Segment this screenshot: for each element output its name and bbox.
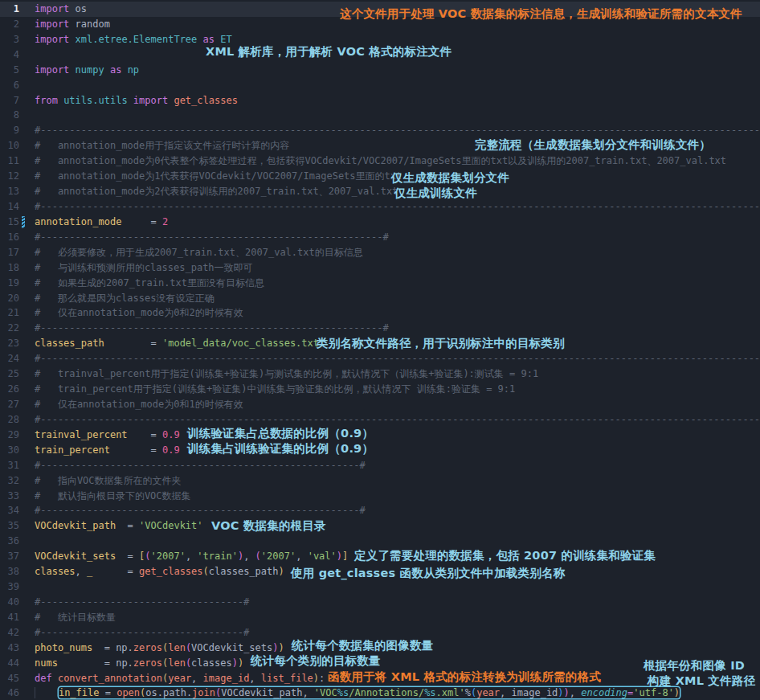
code-line-30[interactable]: 30train_percent = 0.9: [0, 443, 760, 458]
code-content: # 如果生成的2007_train.txt里面没有目标信息: [19, 276, 264, 291]
code-line-31[interactable]: 31#-------------------------------------…: [0, 458, 760, 473]
code-token: #---------------------------------------…: [35, 505, 366, 516]
code-content: #---------------------------------------…: [19, 321, 389, 336]
code-line-40[interactable]: 40#-----------------------------------#: [0, 595, 760, 610]
code-token: ): [558, 687, 563, 698]
annotation-train-percent-note: 训练集占训练验证集的比例（0.9）: [187, 441, 374, 456]
code-line-11[interactable]: 11# annotation_mode为0代表整个标签处理过程，包括获得VOCd…: [0, 154, 760, 169]
annotation-voc-root-note: VOC 数据集的根目录: [211, 518, 326, 534]
code-line-19[interactable]: 19# 如果生成的2007_train.txt里面没有目标信息: [0, 276, 760, 291]
code-line-6[interactable]: 6: [0, 78, 760, 93]
code-editor[interactable]: 1import os2import random3import xml.etre…: [0, 0, 760, 700]
code-token: list_file: [261, 673, 313, 684]
code-line-25[interactable]: 25# trainval_percent用于指定(训练集+验证集)与测试集的比例…: [0, 366, 760, 382]
code-token: =: [128, 429, 162, 440]
code-line-17[interactable]: 17# 必须要修改，用于生成2007_train.txt、2007_val.tx…: [0, 245, 760, 260]
code-token: ET: [215, 34, 232, 45]
code-content: #---------------------------------------…: [19, 230, 389, 245]
code-line-26[interactable]: 26# train_percent用于指定(训练集+验证集)中训练集与验证集的比…: [0, 382, 760, 397]
code-line-8[interactable]: 8: [0, 108, 760, 123]
code-token: .xml': [436, 687, 465, 698]
code-token: # 统计目标数量: [35, 612, 116, 623]
code-line-13[interactable]: 13# annotation_mode为2代表获得训练用的2007_train.…: [0, 184, 760, 199]
code-token: train_percent: [35, 444, 110, 456]
code-content: # 统计目标数量: [19, 610, 116, 625]
code-line-33[interactable]: 33# 默认指向根目录下的VOC数据集: [0, 489, 760, 504]
code-token: ]: [342, 551, 348, 562]
code-token: 'VOC: [314, 687, 337, 698]
code-line-16[interactable]: 16#-------------------------------------…: [0, 230, 760, 245]
code-token: # 与训练和预测所用的classes_path一致即可: [35, 262, 253, 273]
code-line-15[interactable]: 15annotation_mode = 2: [0, 215, 760, 230]
line-number: 39: [0, 579, 19, 595]
code-line-36[interactable]: 36: [0, 534, 760, 549]
line-number: 45: [0, 671, 19, 686]
line-number: 1: [0, 2, 19, 17]
line-number: 18: [0, 260, 19, 276]
code-token: ,: [186, 551, 197, 562]
annotation-train-only-note: 仅生成训练文件: [394, 186, 477, 201]
code-token: random: [69, 18, 110, 30]
code-content: in_file = open(os.path.join(VOCdevkit_pa…: [19, 686, 680, 700]
code-content: import xml.etree.ElementTree as ET: [19, 32, 232, 47]
code-line-9[interactable]: 9#--------------------------------------…: [0, 123, 760, 138]
code-token: 0.9: [162, 444, 180, 456]
code-token: get_classes: [168, 95, 238, 106]
code-line-14[interactable]: 14#-------------------------------------…: [0, 199, 760, 215]
code-content: def convert_annotation(year, image_id, l…: [19, 671, 325, 686]
code-token: VOCdevkit_path: [35, 520, 116, 531]
line-number: 17: [0, 245, 19, 260]
code-token: VOCdevkit_path,: [221, 687, 314, 698]
code-token: # train_percent用于指定(训练集+验证集)中训练集与验证集的比例，…: [35, 383, 515, 395]
code-line-5[interactable]: 5import numpy as np: [0, 63, 760, 78]
code-line-28[interactable]: 28#-------------------------------------…: [0, 412, 760, 428]
code-line-32[interactable]: 32# 指向VOC数据集所在的文件夹: [0, 473, 760, 489]
code-token: as: [104, 64, 122, 76]
code-line-34[interactable]: 34#-------------------------------------…: [0, 503, 760, 518]
code-token: %: [465, 687, 471, 698]
code-line-29[interactable]: 29trainval_percent = 0.9: [0, 428, 760, 443]
annotation-xml-path-note-line1: 根据年份和图像 ID: [644, 658, 745, 673]
code-token: # 那么就是因为classes没有设定正确: [35, 293, 214, 304]
code-token: =: [121, 216, 162, 227]
code-token: image_id: [203, 673, 250, 684]
code-token: =: [116, 520, 139, 531]
code-line-41[interactable]: 41# 统计目标数量: [0, 610, 760, 625]
code-line-46[interactable]: 46 in_file = open(os.path.join(VOCdevkit…: [0, 686, 760, 700]
code-content: #-----------------------------------#: [19, 595, 249, 610]
line-number: 15: [0, 215, 19, 230]
line-number: 21: [0, 305, 19, 321]
code-line-39[interactable]: 39: [0, 579, 760, 595]
code-token: utils.utils: [58, 95, 128, 106]
code-token: VOCdevkit_sets: [191, 642, 272, 653]
code-line-35[interactable]: 35VOCdevkit_path = 'VOCdevkit': [0, 518, 760, 534]
code-token: #---------------------------------------…: [35, 201, 760, 212]
code-token: ,: [570, 687, 581, 698]
code-token: # 仅在annotation_mode为0和2的时候有效: [35, 307, 243, 318]
line-number: 16: [0, 230, 19, 245]
code-token: ): [279, 642, 284, 653]
code-token: '2007': [261, 551, 296, 562]
code-line-20[interactable]: 20# 那么就是因为classes没有设定正确: [0, 291, 760, 306]
code-token: 0.9: [162, 429, 180, 440]
code-token: year: [476, 687, 500, 698]
code-content: #---------------------------------------…: [19, 503, 366, 518]
code-content: [19, 579, 35, 595]
code-token: ): [313, 673, 319, 684]
code-content: [19, 108, 35, 123]
code-content: # 仅在annotation_mode为0和1的时候有效: [19, 397, 243, 412]
code-line-27[interactable]: 27# 仅在annotation_mode为0和1的时候有效: [0, 397, 760, 412]
code-token: len: [168, 657, 186, 669]
code-line-24[interactable]: 24#-------------------------------------…: [0, 351, 760, 366]
code-content: train_percent = 0.9: [19, 443, 180, 458]
code-line-21[interactable]: 21# 仅在annotation_mode为0和2的时候有效: [0, 305, 760, 321]
code-token: import: [35, 34, 69, 45]
code-line-18[interactable]: 18# 与训练和预测所用的classes_path一致即可: [0, 260, 760, 276]
code-token: ,: [243, 551, 255, 562]
code-line-7[interactable]: 7from utils.utils import get_classes: [0, 93, 760, 108]
code-line-12[interactable]: 12# annotation_mode为1代表获得VOCdevkit/VOC20…: [0, 169, 760, 184]
line-number: 26: [0, 382, 19, 397]
code-line-22[interactable]: 22#-------------------------------------…: [0, 321, 760, 336]
line-number: 10: [0, 138, 19, 154]
code-content: classes, _ = get_classes(classes_path): [19, 564, 284, 579]
